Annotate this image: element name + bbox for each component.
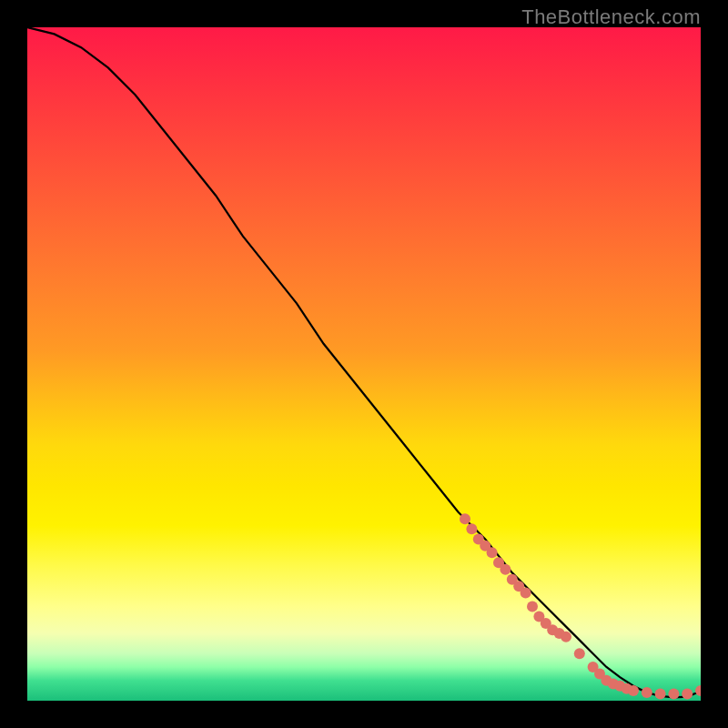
curve-line (27, 27, 701, 697)
chart-svg (27, 27, 701, 701)
data-point (642, 687, 652, 698)
data-point (527, 601, 538, 612)
attribution-label: TheBottleneck.com (521, 5, 701, 29)
data-point (500, 564, 511, 575)
data-point (682, 689, 693, 700)
data-point (466, 523, 477, 534)
plot-area (27, 27, 701, 701)
data-point (460, 513, 470, 524)
data-point (521, 588, 531, 599)
data-point (574, 648, 585, 659)
scatter-points (460, 513, 701, 699)
data-point (668, 689, 679, 700)
data-point (695, 685, 701, 696)
data-point (655, 689, 666, 700)
data-point (628, 685, 639, 696)
data-point (561, 632, 571, 642)
chart-frame: TheBottleneck.com (0, 0, 728, 728)
data-point (487, 547, 498, 558)
